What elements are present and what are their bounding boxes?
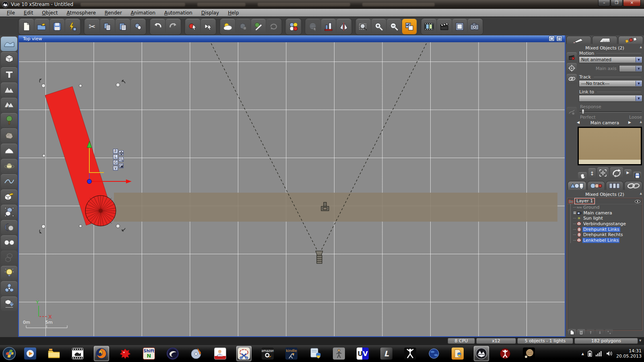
quick-zoom-button[interactable]: [119, 157, 124, 162]
new-layer-button[interactable]: [568, 329, 576, 335]
taskbar-l-app[interactable]: L: [379, 346, 394, 361]
viewport-maximize-icon[interactable]: [556, 36, 562, 41]
camera-dolly-button[interactable]: [597, 167, 609, 179]
render-cursor-button[interactable]: [201, 19, 215, 34]
links-tab[interactable]: [624, 181, 642, 190]
animation-wizard-mini-button[interactable]: [567, 52, 577, 62]
numerics-tab[interactable]: [606, 181, 623, 190]
main-camera-icon[interactable]: [316, 251, 323, 263]
taskbar-red-creature-app[interactable]: [118, 346, 133, 361]
objects-tab[interactable]: [568, 181, 586, 190]
red-cylinder-object[interactable]: [85, 195, 116, 226]
mirror-objects-button[interactable]: [336, 19, 351, 34]
object-row-drehpunkt-rechts[interactable]: Drehpunkt Rechts: [568, 232, 642, 238]
planet-tool[interactable]: [1, 159, 17, 173]
taskbar-poser[interactable]: [497, 346, 513, 361]
import-object-tool[interactable]: [1, 189, 17, 204]
render-display-area-button[interactable]: [452, 19, 467, 34]
taskbar-ds-installer[interactable]: [450, 346, 465, 361]
terrain-tool[interactable]: [1, 82, 17, 97]
world-browser-button[interactable]: [306, 19, 320, 34]
animation-wizard-button[interactable]: [422, 19, 436, 34]
taskbar-stick-figure-app[interactable]: [331, 346, 347, 361]
copy-button[interactable]: [100, 19, 115, 34]
battery-icon[interactable]: [588, 350, 592, 357]
duplicate-button[interactable]: [131, 19, 145, 34]
open-file-button[interactable]: [35, 19, 49, 34]
layer-row[interactable]: Layer 1: [568, 198, 642, 204]
pivot-center-button[interactable]: [567, 63, 577, 73]
taskbar-kindle[interactable]: kindle: [284, 346, 299, 361]
menu-animation[interactable]: Animation: [126, 9, 160, 16]
taskbar-snipping-tool[interactable]: [236, 346, 252, 361]
polygons-dropdown-icon[interactable]: ▼: [639, 339, 641, 342]
polygon-mesh-tool[interactable]: [1, 205, 17, 219]
object-properties-button[interactable]: [236, 19, 250, 34]
motion-dropdown[interactable]: Not animated▼: [579, 56, 642, 63]
move-up-layer-button[interactable]: [586, 329, 594, 335]
metacloud-tool[interactable]: [1, 144, 17, 158]
maximize-button[interactable]: ❒: [611, 0, 623, 6]
taskbar-photo-album[interactable]: [213, 346, 228, 361]
quick-resize-button[interactable]: [119, 163, 124, 168]
text-tool[interactable]: [1, 67, 17, 82]
move-down-layer-button[interactable]: [596, 329, 604, 335]
menu-atmosphere[interactable]: Atmosphere: [62, 9, 100, 16]
metaball-tool[interactable]: [1, 235, 17, 250]
quick-move-button[interactable]: [119, 150, 124, 155]
boolean-group-tool[interactable]: [1, 251, 17, 265]
quick-l-button[interactable]: L: [113, 154, 118, 159]
speaker-icon[interactable]: [606, 351, 613, 356]
material-editor-button[interactable]: [286, 19, 301, 34]
tray-clock[interactable]: 14:31 20.05.2013: [616, 348, 642, 359]
menu-file[interactable]: File: [2, 9, 19, 16]
taskbar-shiftn[interactable]: ShiftN: [141, 346, 157, 361]
taskbar-x-figure-app[interactable]: [402, 346, 418, 361]
light-tool[interactable]: [1, 266, 17, 280]
paint-tab[interactable]: [566, 36, 591, 44]
object-row-ground[interactable]: ≈≈ Ground: [568, 205, 642, 210]
paint-material-button[interactable]: [251, 19, 266, 34]
menu-render[interactable]: Render: [100, 9, 126, 16]
save-file-button[interactable]: [50, 19, 64, 34]
atmosphere-editor-button[interactable]: [221, 19, 235, 34]
undo-button[interactable]: [151, 19, 165, 34]
cube-tool[interactable]: [1, 52, 17, 66]
object-row-drehpunkt-links[interactable]: Drehpunkt Links: [568, 226, 642, 232]
quick-p-button[interactable]: P: [113, 149, 118, 154]
zoom-in-button[interactable]: [372, 19, 386, 34]
previous-camera-button[interactable]: ◀: [577, 120, 580, 124]
plant-tool[interactable]: [1, 113, 17, 128]
polygons-status[interactable]: 182 polygons: [574, 338, 638, 344]
layer-visibility-eye-icon[interactable]: [635, 200, 640, 203]
menu-object[interactable]: Object: [37, 9, 62, 16]
timeline-button[interactable]: [437, 19, 452, 34]
camera-preview[interactable]: [578, 127, 642, 165]
response-slider[interactable]: [579, 111, 642, 113]
link-to-dropdown[interactable]: ▼: [579, 95, 642, 102]
menu-automation[interactable]: Automation: [160, 9, 197, 16]
pan-camera-button[interactable]: [578, 172, 587, 180]
cut-button[interactable]: ✂: [85, 19, 99, 34]
collapse-icon[interactable]: ▲: [640, 45, 642, 49]
layer-name[interactable]: Layer 1: [575, 198, 594, 204]
zoom-region-button[interactable]: [356, 19, 371, 34]
object-row-main-camera[interactable]: ⊞ Main camera: [568, 210, 642, 216]
taskbar-amazon[interactable]: amazon: [260, 346, 275, 361]
expand-icon[interactable]: ⊞: [573, 211, 576, 215]
taskbar-vue-xstream[interactable]: [474, 346, 489, 361]
water-plane-tool[interactable]: [1, 37, 17, 51]
drop-object-tool[interactable]: [1, 296, 17, 311]
multi-object-tab[interactable]: [618, 36, 643, 44]
new-scene-button[interactable]: [19, 19, 34, 34]
save-camera-button[interactable]: [633, 172, 641, 179]
taskbar-disc-burner[interactable]: [189, 346, 204, 361]
main-axis-dropdown[interactable]: ▼: [619, 65, 642, 72]
merge-layer-button[interactable]: [605, 329, 613, 335]
taskbar-windows-explorer[interactable]: [46, 346, 62, 361]
redo-button[interactable]: [166, 19, 180, 34]
rotate-camera-button[interactable]: [610, 167, 623, 179]
quick-render-button[interactable]: [65, 19, 80, 34]
quick-v-button[interactable]: V: [113, 166, 118, 171]
taskbar-windows-media-player[interactable]: [23, 346, 38, 361]
